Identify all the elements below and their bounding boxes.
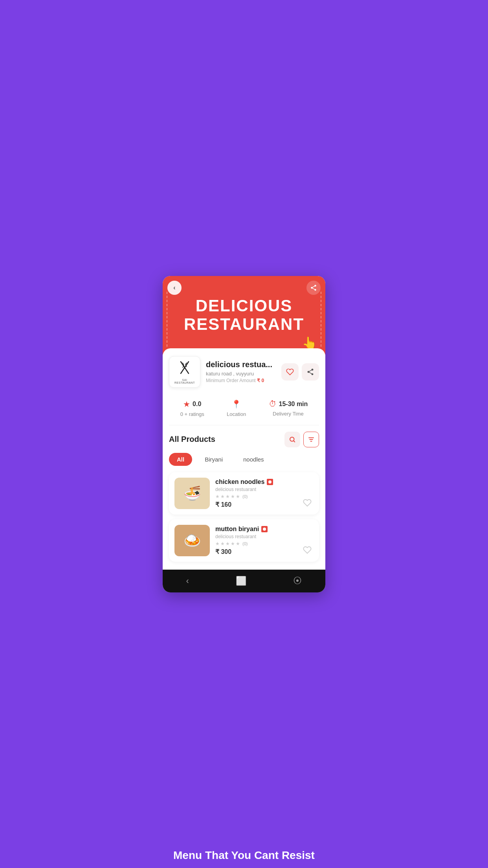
star4: ★ xyxy=(231,494,235,499)
main-card: SAIRESTAURANT delicious restua... katuru… xyxy=(163,348,325,570)
svg-point-2 xyxy=(290,437,294,441)
tab-noodles[interactable]: noodles xyxy=(235,453,272,466)
restaurant-name: delicious restua... xyxy=(206,360,276,369)
star5b: ★ xyxy=(236,541,240,546)
delivery-stat: ⏱ 15-30 min Delivery Time xyxy=(269,399,308,417)
bottom-banner-text: Menu That You Cant Resist xyxy=(173,849,315,861)
product-name-biryani: mutton biryani xyxy=(215,526,314,533)
product-image-noodles: 🍜 xyxy=(174,478,210,509)
products-section-header: All Products xyxy=(169,432,319,447)
restaurant-address: katuru road , vuyyuru xyxy=(206,371,276,377)
min-order-label: Minimum Order Amount xyxy=(206,378,256,383)
star5: ★ xyxy=(236,494,240,499)
back-arrow-icon: ‹ xyxy=(173,284,175,291)
product-restaurant-noodles: delicious restuarant xyxy=(215,487,314,492)
share-top-icon xyxy=(310,284,317,291)
rating-count-noodles: (0) xyxy=(242,494,248,499)
search-button[interactable] xyxy=(284,432,300,447)
wishlist-biryani-button[interactable] xyxy=(301,544,314,556)
hero-text: DELICIOUS RESTAURANT xyxy=(176,297,312,333)
product-restaurant-biryani: delicious restuarant xyxy=(215,534,314,539)
share-top-button[interactable] xyxy=(306,281,321,295)
phone-container: ‹ DELICIOUS RESTAURANT 👆 taste nation xyxy=(163,276,325,592)
category-tabs: All Biryani noodles xyxy=(169,453,319,466)
wishlist-noodles-button[interactable] xyxy=(301,497,314,509)
filter-icon xyxy=(308,436,315,443)
star2: ★ xyxy=(220,494,225,499)
rating-label: 0 + ratings xyxy=(180,411,204,417)
product-image-biryani: 🍛 xyxy=(174,525,210,556)
product-name-noodles: chicken noodles xyxy=(215,478,314,485)
clock-icon: ⏱ xyxy=(269,399,277,408)
delivery-time: 15-30 min xyxy=(279,401,308,408)
location-pin-icon: 📍 xyxy=(231,399,241,409)
product-list: 🍜 chicken noodles delicious restuarant ★… xyxy=(169,472,319,562)
nav-back-button[interactable]: ‹ xyxy=(182,574,194,588)
hero-title-line2: RESTAURANT xyxy=(184,315,304,333)
veg-icon-noodles xyxy=(267,479,273,485)
logo-icon xyxy=(177,360,193,378)
nav-menu-button[interactable]: ⦿ xyxy=(288,574,306,588)
restaurant-logo: SAIRESTAURANT xyxy=(169,356,200,388)
back-button[interactable]: ‹ xyxy=(167,281,182,295)
product-info-biryani: mutton biryani delicious restuarant ★ ★ … xyxy=(215,526,314,555)
product-stars-noodles: ★ ★ ★ ★ ★ (0) xyxy=(215,494,314,499)
nav-home-icon: ⬜ xyxy=(236,576,246,586)
tab-all[interactable]: All xyxy=(169,453,192,466)
rating-count-biryani: (0) xyxy=(242,541,248,546)
filter-button[interactable] xyxy=(303,432,319,447)
star-icon: ★ xyxy=(183,399,190,409)
svg-line-3 xyxy=(294,441,295,442)
star4b: ★ xyxy=(231,541,235,546)
product-card-mutton-biryani: 🍛 mutton biryani delicious restuarant ★ … xyxy=(169,519,319,562)
location-stat: 📍 Location xyxy=(227,399,246,417)
restaurant-details: delicious restua... katuru road , vuyyur… xyxy=(206,360,276,383)
star3b: ★ xyxy=(226,541,230,546)
heart-icon xyxy=(286,368,294,376)
product-price-biryani: ₹ 300 xyxy=(215,548,314,555)
product-card-chicken-noodles: 🍜 chicken noodles delicious restuarant ★… xyxy=(169,472,319,515)
min-order-amount: ₹ 0 xyxy=(257,378,264,383)
action-buttons xyxy=(281,363,319,381)
product-info-noodles: chicken noodles delicious restuarant ★ ★… xyxy=(215,478,314,508)
wishlist-button[interactable] xyxy=(281,363,299,381)
heart-outline-icon-2 xyxy=(303,546,312,554)
search-icon xyxy=(289,436,296,443)
logo-brand-text: SAIRESTAURANT xyxy=(174,379,195,384)
star1b: ★ xyxy=(215,541,220,546)
stats-row: ★ 0.0 0 + ratings 📍 Location ⏱ 15-30 min… xyxy=(169,395,319,425)
product-price-noodles: ₹ 160 xyxy=(215,501,314,508)
star1: ★ xyxy=(215,494,220,499)
location-label: Location xyxy=(227,411,246,417)
hero-banner: ‹ DELICIOUS RESTAURANT 👆 taste nation xyxy=(163,276,325,355)
min-order: Minimum Order Amount ₹ 0 xyxy=(206,378,276,383)
delivery-label: Delivery Time xyxy=(273,411,304,417)
bottom-banner: Menu That You Cant Resist xyxy=(0,843,488,868)
deco-line-right xyxy=(321,292,321,347)
bottom-nav: ‹ ⬜ ⦿ xyxy=(163,570,325,592)
hero-title-line1: DELICIOUS xyxy=(184,297,304,315)
star3: ★ xyxy=(226,494,230,499)
star2b: ★ xyxy=(220,541,225,546)
heart-outline-icon xyxy=(303,498,312,507)
veg-icon-biryani xyxy=(261,526,268,532)
nav-home-button[interactable]: ⬜ xyxy=(231,574,251,588)
nav-back-icon: ‹ xyxy=(186,576,189,586)
deco-line-left xyxy=(167,292,167,347)
share-icon xyxy=(306,368,314,376)
rating-value: 0.0 xyxy=(193,401,201,408)
rating-stat: ★ 0.0 0 + ratings xyxy=(180,399,204,417)
tab-biryani[interactable]: Biryani xyxy=(197,453,231,466)
products-title: All Products xyxy=(169,435,215,444)
restaurant-info: SAIRESTAURANT delicious restua... katuru… xyxy=(169,356,319,388)
section-actions xyxy=(284,432,319,447)
nav-menu-icon: ⦿ xyxy=(293,576,302,586)
product-stars-biryani: ★ ★ ★ ★ ★ (0) xyxy=(215,541,314,546)
share-button[interactable] xyxy=(302,363,319,381)
